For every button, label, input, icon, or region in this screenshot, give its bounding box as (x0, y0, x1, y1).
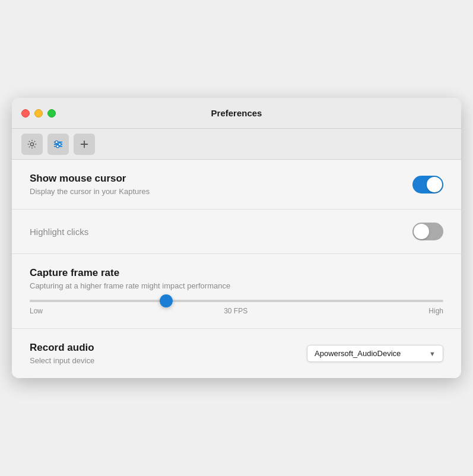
maximize-button[interactable] (47, 109, 56, 118)
show-cursor-toggle[interactable] (412, 176, 443, 193)
record-audio-subtitle: Select input device (30, 356, 94, 365)
slider-track (30, 300, 443, 302)
gear-toolbar-button[interactable] (21, 134, 43, 155)
slider-high-label: High (428, 307, 443, 315)
frame-rate-subtitle: Capturing at a higher frame rate might i… (30, 281, 443, 290)
show-cursor-subtitle: Display the cursor in your Kaptures (30, 187, 150, 196)
dropdown-selected-value: Apowersoft_AudioDevice (315, 349, 423, 358)
record-audio-title: Record audio (30, 342, 94, 354)
slider-mid-label: 30 FPS (224, 307, 247, 315)
content: Show mouse cursor Display the cursor in … (12, 160, 461, 378)
add-toolbar-button[interactable] (74, 134, 95, 155)
preferences-window: Preferences (12, 98, 461, 378)
svg-point-6 (56, 145, 59, 148)
window-title: Preferences (211, 108, 262, 118)
toolbar (12, 129, 461, 160)
slider-fill (30, 300, 166, 302)
highlight-clicks-toggle-knob (414, 224, 429, 239)
dropdown-arrow-icon: ▼ (429, 350, 436, 357)
slider-thumb[interactable] (160, 294, 173, 307)
frame-rate-title: Capture frame rate (30, 267, 443, 279)
show-cursor-title: Show mouse cursor (30, 173, 150, 185)
frame-rate-slider-container: Low 30 FPS High (30, 300, 443, 315)
highlight-clicks-toggle[interactable] (412, 223, 443, 240)
highlight-clicks-section: Highlight clicks (12, 210, 461, 254)
minimize-button[interactable] (34, 109, 43, 118)
audio-device-dropdown[interactable]: Apowersoft_AudioDevice ▼ (307, 345, 443, 362)
slider-low-label: Low (30, 307, 43, 315)
svg-point-4 (55, 141, 58, 144)
close-button[interactable] (21, 109, 30, 118)
frame-rate-section: Capture frame rate Capturing at a higher… (12, 254, 461, 329)
record-audio-section: Record audio Select input device Apowers… (12, 329, 461, 378)
highlight-clicks-title: Highlight clicks (30, 227, 88, 237)
slider-labels: Low 30 FPS High (30, 307, 443, 315)
titlebar: Preferences (12, 98, 461, 129)
show-cursor-toggle-knob (427, 177, 442, 192)
window-controls (21, 109, 56, 118)
sliders-toolbar-button[interactable] (47, 134, 69, 155)
show-cursor-section: Show mouse cursor Display the cursor in … (12, 160, 461, 210)
svg-point-0 (30, 142, 33, 145)
